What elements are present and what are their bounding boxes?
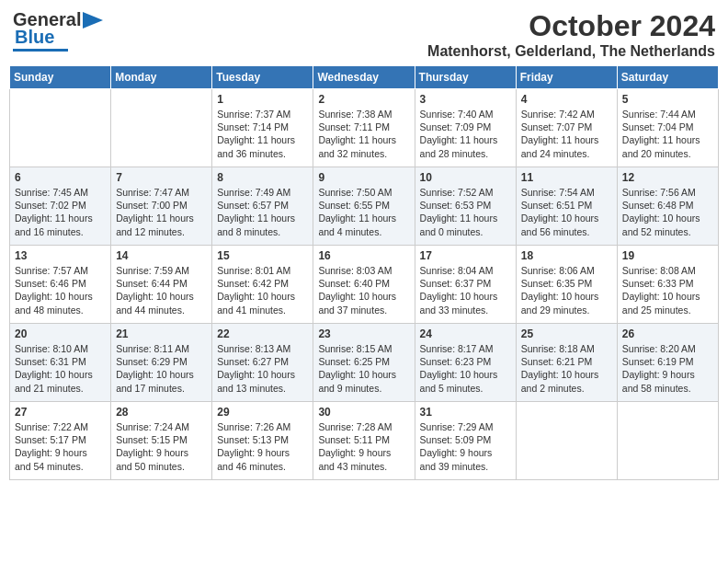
day-info: Sunrise: 7:59 AM Sunset: 6:44 PM Dayligh… bbox=[116, 264, 207, 316]
day-number: 1 bbox=[217, 93, 308, 106]
calendar-body: 1Sunrise: 7:37 AM Sunset: 7:14 PM Daylig… bbox=[10, 89, 719, 480]
calendar-cell: 13Sunrise: 7:57 AM Sunset: 6:46 PM Dayli… bbox=[10, 246, 111, 324]
calendar-cell bbox=[516, 402, 617, 480]
weekday-header-tuesday: Tuesday bbox=[212, 66, 313, 89]
day-number: 24 bbox=[420, 327, 511, 340]
calendar-row-1: 1Sunrise: 7:37 AM Sunset: 7:14 PM Daylig… bbox=[10, 89, 719, 167]
calendar-cell: 31Sunrise: 7:29 AM Sunset: 5:09 PM Dayli… bbox=[415, 402, 516, 480]
calendar-cell: 19Sunrise: 8:08 AM Sunset: 6:33 PM Dayli… bbox=[617, 246, 718, 324]
calendar-cell: 8Sunrise: 7:49 AM Sunset: 6:57 PM Daylig… bbox=[212, 167, 313, 246]
calendar-cell: 22Sunrise: 8:13 AM Sunset: 6:27 PM Dayli… bbox=[212, 324, 313, 402]
calendar-cell: 18Sunrise: 8:06 AM Sunset: 6:35 PM Dayli… bbox=[516, 246, 617, 324]
calendar-cell bbox=[111, 89, 212, 167]
svg-marker-0 bbox=[83, 12, 103, 29]
location-title: Matenhorst, Gelderland, The Netherlands bbox=[427, 43, 715, 60]
day-info: Sunrise: 7:26 AM Sunset: 5:13 PM Dayligh… bbox=[217, 420, 308, 473]
day-info: Sunrise: 7:38 AM Sunset: 7:11 PM Dayligh… bbox=[318, 108, 409, 160]
day-info: Sunrise: 8:18 AM Sunset: 6:21 PM Dayligh… bbox=[521, 342, 612, 395]
day-number: 15 bbox=[217, 249, 308, 262]
calendar-cell: 5Sunrise: 7:44 AM Sunset: 7:04 PM Daylig… bbox=[617, 89, 718, 167]
day-number: 22 bbox=[217, 327, 308, 340]
day-number: 2 bbox=[318, 93, 409, 106]
day-info: Sunrise: 7:45 AM Sunset: 7:02 PM Dayligh… bbox=[15, 186, 106, 238]
weekday-header-friday: Friday bbox=[516, 66, 617, 89]
day-info: Sunrise: 7:37 AM Sunset: 7:14 PM Dayligh… bbox=[217, 108, 308, 160]
day-info: Sunrise: 7:57 AM Sunset: 6:46 PM Dayligh… bbox=[15, 264, 106, 316]
day-info: Sunrise: 7:29 AM Sunset: 5:09 PM Dayligh… bbox=[420, 420, 511, 473]
weekday-header-saturday: Saturday bbox=[617, 66, 718, 89]
day-number: 11 bbox=[521, 171, 612, 184]
day-number: 6 bbox=[15, 171, 106, 184]
day-info: Sunrise: 8:01 AM Sunset: 6:42 PM Dayligh… bbox=[217, 264, 308, 316]
calendar-cell: 23Sunrise: 8:15 AM Sunset: 6:25 PM Dayli… bbox=[313, 324, 415, 402]
day-number: 27 bbox=[15, 406, 106, 419]
calendar-cell: 3Sunrise: 7:40 AM Sunset: 7:09 PM Daylig… bbox=[415, 89, 516, 167]
day-number: 19 bbox=[622, 249, 713, 262]
day-info: Sunrise: 7:49 AM Sunset: 6:57 PM Dayligh… bbox=[217, 186, 308, 238]
day-number: 3 bbox=[420, 93, 511, 106]
day-info: Sunrise: 7:28 AM Sunset: 5:11 PM Dayligh… bbox=[318, 420, 409, 473]
day-info: Sunrise: 7:24 AM Sunset: 5:15 PM Dayligh… bbox=[116, 420, 207, 473]
day-number: 9 bbox=[318, 171, 409, 184]
calendar-cell: 2Sunrise: 7:38 AM Sunset: 7:11 PM Daylig… bbox=[313, 89, 415, 167]
day-info: Sunrise: 7:50 AM Sunset: 6:55 PM Dayligh… bbox=[318, 186, 409, 238]
day-number: 28 bbox=[116, 406, 207, 419]
logo-blue-text: Blue bbox=[15, 27, 54, 48]
calendar-cell: 1Sunrise: 7:37 AM Sunset: 7:14 PM Daylig… bbox=[212, 89, 313, 167]
day-info: Sunrise: 8:06 AM Sunset: 6:35 PM Dayligh… bbox=[521, 264, 612, 316]
day-number: 21 bbox=[116, 327, 207, 340]
day-number: 14 bbox=[116, 249, 207, 262]
calendar-cell: 11Sunrise: 7:54 AM Sunset: 6:51 PM Dayli… bbox=[516, 167, 617, 246]
calendar-row-5: 27Sunrise: 7:22 AM Sunset: 5:17 PM Dayli… bbox=[10, 402, 719, 480]
day-info: Sunrise: 7:47 AM Sunset: 7:00 PM Dayligh… bbox=[116, 186, 207, 238]
day-info: Sunrise: 7:22 AM Sunset: 5:17 PM Dayligh… bbox=[15, 420, 106, 473]
calendar-cell: 30Sunrise: 7:28 AM Sunset: 5:11 PM Dayli… bbox=[313, 402, 415, 480]
calendar-cell bbox=[617, 402, 718, 480]
weekday-header-wednesday: Wednesday bbox=[313, 66, 415, 89]
calendar-cell: 12Sunrise: 7:56 AM Sunset: 6:48 PM Dayli… bbox=[617, 167, 718, 246]
day-info: Sunrise: 8:03 AM Sunset: 6:40 PM Dayligh… bbox=[318, 264, 409, 316]
day-number: 26 bbox=[622, 327, 713, 340]
calendar-cell: 10Sunrise: 7:52 AM Sunset: 6:53 PM Dayli… bbox=[415, 167, 516, 246]
calendar-cell: 17Sunrise: 8:04 AM Sunset: 6:37 PM Dayli… bbox=[415, 246, 516, 324]
calendar-cell: 16Sunrise: 8:03 AM Sunset: 6:40 PM Dayli… bbox=[313, 246, 415, 324]
calendar-cell: 26Sunrise: 8:20 AM Sunset: 6:19 PM Dayli… bbox=[617, 324, 718, 402]
day-info: Sunrise: 7:56 AM Sunset: 6:48 PM Dayligh… bbox=[622, 186, 713, 238]
logo-underline bbox=[13, 49, 68, 52]
weekday-header-row: SundayMondayTuesdayWednesdayThursdayFrid… bbox=[10, 66, 719, 89]
day-number: 17 bbox=[420, 249, 511, 262]
calendar-row-2: 6Sunrise: 7:45 AM Sunset: 7:02 PM Daylig… bbox=[10, 167, 719, 246]
calendar-table: SundayMondayTuesdayWednesdayThursdayFrid… bbox=[9, 65, 719, 480]
calendar-cell: 14Sunrise: 7:59 AM Sunset: 6:44 PM Dayli… bbox=[111, 246, 212, 324]
calendar-cell bbox=[10, 89, 111, 167]
weekday-header-monday: Monday bbox=[111, 66, 212, 89]
day-info: Sunrise: 7:44 AM Sunset: 7:04 PM Dayligh… bbox=[622, 108, 713, 160]
calendar-cell: 21Sunrise: 8:11 AM Sunset: 6:29 PM Dayli… bbox=[111, 324, 212, 402]
day-number: 30 bbox=[318, 406, 409, 419]
calendar-row-4: 20Sunrise: 8:10 AM Sunset: 6:31 PM Dayli… bbox=[10, 324, 719, 402]
day-info: Sunrise: 8:11 AM Sunset: 6:29 PM Dayligh… bbox=[116, 342, 207, 395]
day-info: Sunrise: 8:10 AM Sunset: 6:31 PM Dayligh… bbox=[15, 342, 106, 395]
calendar-cell: 28Sunrise: 7:24 AM Sunset: 5:15 PM Dayli… bbox=[111, 402, 212, 480]
logo-arrow-icon bbox=[83, 12, 103, 29]
day-number: 13 bbox=[15, 249, 106, 262]
calendar-cell: 20Sunrise: 8:10 AM Sunset: 6:31 PM Dayli… bbox=[10, 324, 111, 402]
day-info: Sunrise: 7:40 AM Sunset: 7:09 PM Dayligh… bbox=[420, 108, 511, 160]
day-number: 12 bbox=[622, 171, 713, 184]
calendar-cell: 4Sunrise: 7:42 AM Sunset: 7:07 PM Daylig… bbox=[516, 89, 617, 167]
title-area: October 2024 Matenhorst, Gelderland, The… bbox=[427, 9, 715, 60]
calendar-cell: 9Sunrise: 7:50 AM Sunset: 6:55 PM Daylig… bbox=[313, 167, 415, 246]
day-info: Sunrise: 8:20 AM Sunset: 6:19 PM Dayligh… bbox=[622, 342, 713, 395]
day-number: 18 bbox=[521, 249, 612, 262]
calendar-cell: 6Sunrise: 7:45 AM Sunset: 7:02 PM Daylig… bbox=[10, 167, 111, 246]
day-number: 31 bbox=[420, 406, 511, 419]
calendar-cell: 27Sunrise: 7:22 AM Sunset: 5:17 PM Dayli… bbox=[10, 402, 111, 480]
month-title: October 2024 bbox=[427, 9, 715, 43]
day-number: 16 bbox=[318, 249, 409, 262]
calendar-cell: 25Sunrise: 8:18 AM Sunset: 6:21 PM Dayli… bbox=[516, 324, 617, 402]
day-number: 7 bbox=[116, 171, 207, 184]
page-header: General Blue October 2024 Matenhorst, Ge… bbox=[9, 9, 719, 60]
calendar-row-3: 13Sunrise: 7:57 AM Sunset: 6:46 PM Dayli… bbox=[10, 246, 719, 324]
day-info: Sunrise: 8:08 AM Sunset: 6:33 PM Dayligh… bbox=[622, 264, 713, 316]
day-info: Sunrise: 7:42 AM Sunset: 7:07 PM Dayligh… bbox=[521, 108, 612, 160]
